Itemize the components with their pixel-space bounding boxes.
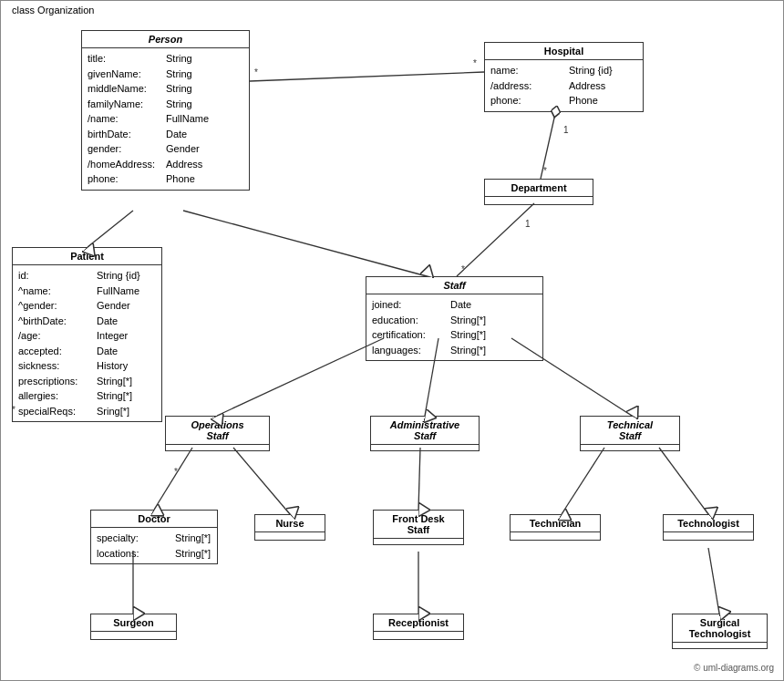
person-header: Person [82, 31, 249, 48]
class-operations-staff: OperationsStaff [165, 416, 270, 451]
front-desk-staff-header: Front DeskStaff [374, 511, 463, 539]
class-technical-staff: TechnicalStaff [580, 416, 680, 451]
patient-header: Patient [13, 248, 161, 265]
copyright-text: © uml-diagrams.org [694, 663, 774, 673]
svg-text:1: 1 [525, 219, 531, 229]
department-header: Department [485, 180, 593, 197]
class-nurse: Nurse [254, 514, 325, 541]
diagram-container: class Organization Person title:String g… [0, 0, 784, 681]
class-surgeon: Surgeon [90, 614, 177, 640]
svg-text:1: 1 [563, 125, 569, 135]
technical-staff-header: TechnicalStaff [581, 417, 679, 445]
svg-line-22 [659, 448, 708, 514]
administrative-staff-header: AdministrativeStaff [371, 417, 479, 445]
technologist-header: Technologist [664, 515, 753, 532]
doctor-header: Doctor [91, 511, 217, 528]
administrative-staff-body [371, 445, 479, 450]
doctor-body: specialty:String[*] locations:String[*] [91, 528, 217, 563]
front-desk-staff-body [374, 539, 463, 544]
class-doctor: Doctor specialty:String[*] locations:Str… [90, 510, 218, 564]
operations-staff-header: OperationsStaff [166, 417, 269, 445]
svg-text:*: * [461, 264, 465, 274]
receptionist-body [374, 632, 463, 639]
svg-line-20 [418, 448, 420, 510]
svg-line-8 [183, 211, 427, 276]
class-technologist: Technologist [663, 514, 754, 541]
class-administrative-staff: AdministrativeStaff [370, 416, 480, 451]
staff-header: Staff [366, 277, 542, 294]
svg-line-4 [250, 72, 484, 81]
class-technician: Technician [510, 514, 601, 541]
technical-staff-body [581, 445, 679, 450]
class-receptionist: Receptionist [373, 614, 464, 640]
surgeon-header: Surgeon [91, 614, 176, 632]
staff-body: joined:Date education:String[*] certific… [366, 294, 542, 360]
class-patient: Patient id:String {id} ^name:FullName ^g… [12, 247, 162, 422]
svg-text:*: * [254, 67, 258, 77]
surgical-technologist-header: SurgicalTechnologist [673, 614, 767, 643]
hospital-header: Hospital [485, 43, 643, 60]
class-department: Department [484, 179, 593, 205]
class-front-desk-staff: Front DeskStaff [373, 510, 464, 545]
hospital-body: name:String {id} /address:Address phone:… [485, 60, 643, 111]
class-staff: Staff joined:Date education:String[*] ce… [366, 276, 543, 361]
class-person: Person title:String givenName:String mid… [81, 30, 250, 191]
person-body: title:String givenName:String middleName… [82, 48, 249, 190]
svg-line-15 [217, 338, 384, 416]
nurse-header: Nurse [255, 515, 325, 532]
technologist-body [664, 532, 753, 540]
class-surgical-technologist: SurgicalTechnologist [672, 614, 768, 649]
technician-body [511, 532, 600, 540]
surgical-technologist-body [673, 643, 767, 648]
class-hospital: Hospital name:String {id} /address:Addre… [484, 42, 644, 112]
diagram-title: class Organization [8, 5, 98, 15]
svg-text:*: * [473, 58, 477, 68]
technician-header: Technician [511, 515, 600, 532]
surgeon-body [91, 632, 176, 639]
svg-line-19 [233, 448, 290, 514]
svg-text:*: * [543, 166, 547, 176]
operations-staff-body [166, 445, 269, 450]
svg-line-25 [708, 548, 719, 614]
department-body [485, 197, 593, 204]
svg-line-9 [541, 106, 557, 179]
svg-line-12 [457, 203, 534, 276]
svg-line-7 [88, 211, 133, 247]
patient-body: id:String {id} ^name:FullName ^gender:Ge… [13, 265, 161, 421]
receptionist-header: Receptionist [374, 614, 463, 632]
svg-line-18 [154, 448, 192, 510]
svg-line-21 [562, 448, 604, 514]
svg-text:*: * [174, 467, 178, 477]
nurse-body [255, 532, 325, 540]
